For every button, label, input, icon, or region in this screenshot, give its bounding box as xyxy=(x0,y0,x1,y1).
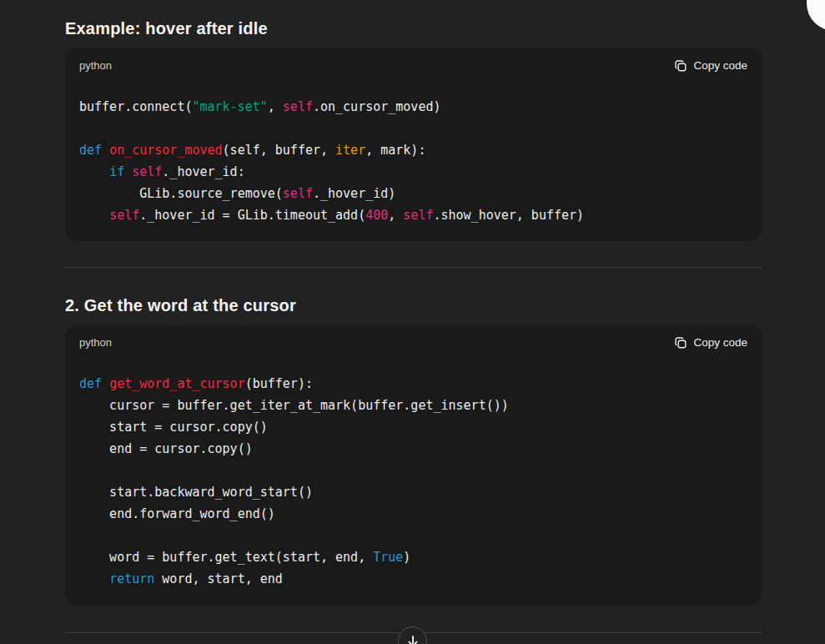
copy-code-button[interactable]: Copy code xyxy=(674,336,747,350)
floating-widget-button[interactable] xyxy=(807,0,825,31)
code-block-header: python Copy code xyxy=(65,325,762,350)
code-language-label: python xyxy=(79,336,112,350)
code-block: python Copy code def get_word_at_cursor(… xyxy=(65,325,762,605)
code-block: python Copy code buffer.connect("mark-se… xyxy=(65,48,762,241)
chat-transcript: Example: hover after idle python Copy co… xyxy=(0,20,825,644)
code-block-header: python Copy code xyxy=(65,48,762,73)
scroll-down-button[interactable] xyxy=(398,626,427,644)
section-divider xyxy=(65,267,762,268)
section-heading: 2. Get the word at the cursor xyxy=(65,297,762,314)
section-get-word-at-cursor: 2. Get the word at the cursor python Cop… xyxy=(65,297,762,605)
copy-icon xyxy=(674,59,687,73)
copy-code-label: Copy code xyxy=(693,59,747,73)
arrow-down-icon xyxy=(405,634,420,644)
copy-code-label: Copy code xyxy=(693,336,747,350)
section-hover-after-idle: Example: hover after idle python Copy co… xyxy=(65,20,762,241)
code-content: buffer.connect("mark-set", self.on_curso… xyxy=(65,73,762,241)
section-heading: Example: hover after idle xyxy=(65,20,762,37)
code-content: def get_word_at_cursor(buffer): cursor =… xyxy=(65,350,762,605)
copy-code-button[interactable]: Copy code xyxy=(674,59,747,73)
code-language-label: python xyxy=(79,59,112,73)
copy-icon xyxy=(674,336,687,350)
